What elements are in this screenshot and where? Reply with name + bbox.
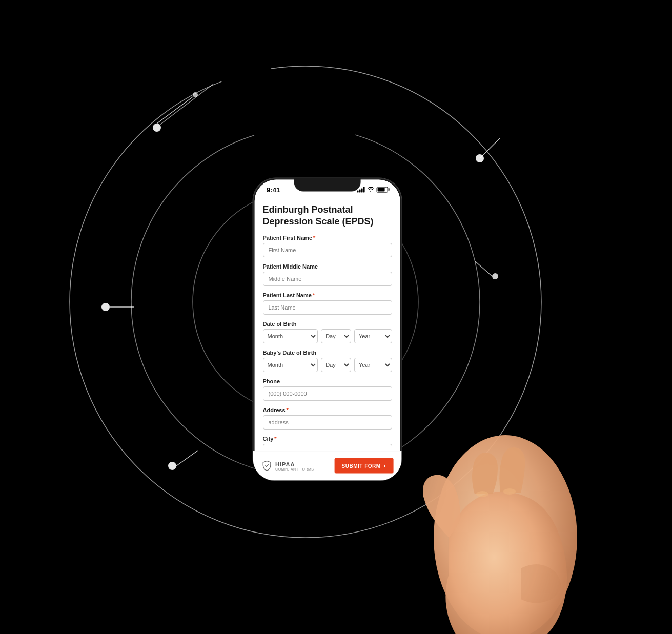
- submit-label: SUBMIT FORM: [342, 463, 381, 468]
- middle-name-field: Patient Middle Name: [262, 263, 392, 286]
- submit-button[interactable]: SUBMIT FORM ›: [335, 458, 394, 474]
- form-title: Edinburgh Postnatal Depression Scale (EP…: [262, 203, 392, 228]
- form-content[interactable]: Edinburgh Postnatal Depression Scale (EP…: [254, 196, 400, 479]
- phone-footer: HIPAA COMPLIANT FORMS SUBMIT FORM ›: [253, 451, 401, 480]
- svg-line-11: [176, 451, 198, 466]
- required-indicator: *: [312, 292, 314, 298]
- svg-point-12: [492, 273, 498, 279]
- required-indicator: *: [274, 436, 276, 442]
- status-time: 9:41: [267, 186, 280, 193]
- hipaa-shield-icon: [261, 460, 272, 472]
- phone-mockup: 9:41: [253, 178, 401, 480]
- first-name-input[interactable]: [262, 243, 392, 257]
- hipaa-sub-text: COMPLIANT FORMS: [275, 467, 314, 471]
- last-name-input[interactable]: [262, 300, 392, 315]
- phone-inner: 9:41: [254, 179, 400, 479]
- hipaa-main-text: HIPAA: [275, 461, 314, 467]
- svg-line-4: [157, 97, 193, 124]
- last-name-label: Patient Last Name *: [262, 292, 392, 298]
- baby-dob-day-select[interactable]: Day 1234 5152031: [321, 358, 351, 372]
- hipaa-text: HIPAA COMPLIANT FORMS: [275, 461, 314, 471]
- phone-field: Phone: [262, 378, 392, 401]
- phone-frame: 9:41: [253, 178, 401, 480]
- address-field: Address *: [262, 407, 392, 430]
- baby-dob-field: Baby's Date of Birth Month JanuaryFebrua…: [262, 350, 392, 372]
- dob-field: Date of Birth Month JanuaryFebruaryMarch…: [262, 321, 392, 343]
- dob-date-row: Month JanuaryFebruaryMarch AprilMayJune …: [262, 329, 392, 343]
- phone-label: Phone: [262, 378, 392, 384]
- svg-point-17: [503, 488, 516, 495]
- baby-dob-label: Baby's Date of Birth: [262, 350, 392, 356]
- dob-month-select[interactable]: Month JanuaryFebruaryMarch AprilMayJune …: [262, 329, 318, 343]
- first-name-field: Patient First Name *: [262, 235, 392, 257]
- wifi-icon: [367, 187, 374, 192]
- dob-day-select[interactable]: Day 1234 5678 9101112 13141516 17181920 …: [321, 329, 351, 343]
- dob-label: Date of Birth: [262, 321, 392, 327]
- required-indicator: *: [286, 407, 288, 413]
- baby-dob-year-select[interactable]: Year 202420232022: [354, 358, 392, 372]
- svg-point-10: [168, 462, 176, 470]
- first-name-label: Patient First Name *: [262, 235, 392, 241]
- svg-point-8: [101, 303, 110, 311]
- required-indicator: *: [313, 235, 315, 241]
- last-name-field: Patient Last Name *: [262, 292, 392, 315]
- svg-point-16: [476, 491, 488, 497]
- dob-year-select[interactable]: Year 202420232022 201020001999 199019801…: [354, 329, 392, 343]
- phone-notch: [294, 178, 360, 191]
- battery-icon: [376, 187, 388, 192]
- city-label: City *: [262, 436, 392, 442]
- hipaa-badge: HIPAA COMPLIANT FORMS: [261, 460, 314, 472]
- scene: 9:41: [54, 35, 618, 599]
- address-input[interactable]: [262, 415, 392, 430]
- status-icons: [357, 187, 388, 192]
- svg-line-14: [159, 84, 213, 125]
- address-label: Address *: [262, 407, 392, 413]
- phone-input[interactable]: [262, 386, 392, 401]
- middle-name-input[interactable]: [262, 272, 392, 286]
- baby-dob-date-row: Month JanuaryFebruaryMarch AprilMayJune …: [262, 358, 392, 372]
- submit-arrow-icon: ›: [384, 462, 386, 469]
- baby-dob-month-select[interactable]: Month JanuaryFebruaryMarch AprilMayJune …: [262, 358, 318, 372]
- middle-name-label: Patient Middle Name: [262, 263, 392, 270]
